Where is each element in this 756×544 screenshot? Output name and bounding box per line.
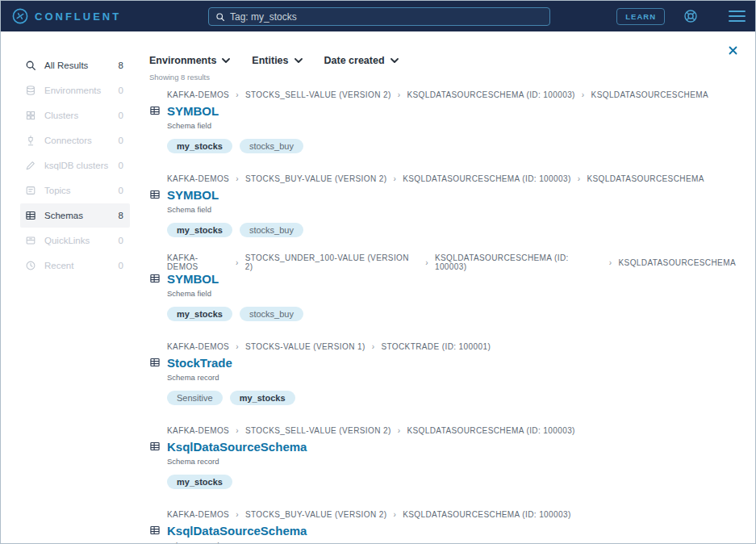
tag-pill[interactable]: my_stocks [167,139,232,153]
result-title-link[interactable]: SYMBOL [167,272,219,286]
tag-pill[interactable]: my_stocks [230,391,295,405]
result-title-link[interactable]: SYMBOL [167,104,219,118]
filter-label: Date created [324,55,385,66]
sidebar-item-count: 0 [119,186,123,195]
tag-pill[interactable]: stocks_buy [240,139,303,153]
search-result: KAFKA-DEMOS › STOCKS_SELL-VALUE (VERSION… [149,89,736,153]
breadcrumb-item[interactable]: KSQLDATASOURCESCHEMA (ID: 100003) [403,174,570,183]
sidebar-item-count: 0 [119,261,123,270]
breadcrumb-separator-icon: › [236,90,239,99]
sidebar-item-count: 0 [119,111,123,120]
result-type: Schema record [167,541,736,544]
topics-icon [25,185,36,196]
schema-table-icon [149,525,161,536]
breadcrumb-item[interactable]: KSQLDATASOURCESCHEMA [591,90,708,99]
result-title-link[interactable]: KsqlDataSourceSchema [167,440,307,454]
breadcrumb-item[interactable]: KAFKA-DEMOS [167,510,229,519]
tag-list: Sensitive my_stocks [167,391,736,405]
sidebar-item-topics[interactable]: Topics 0 [20,178,130,203]
breadcrumb-item[interactable]: KSQLDATASOURCESCHEMA (ID: 100003) [407,426,574,435]
breadcrumb-separator-icon: › [398,426,401,435]
schema-table-icon [149,441,161,452]
tag-pill[interactable]: my_stocks [167,475,232,489]
schema-table-icon [25,210,36,221]
breadcrumb-item[interactable]: STOCKS_BUY-VALUE (VERSION 2) [245,510,387,519]
sidebar-item-label: QuickLinks [44,236,111,245]
environments-filter-dropdown[interactable]: Environments [149,55,230,66]
breadcrumb-item[interactable]: KSQLDATASOURCESCHEMA (ID: 100003) [403,510,570,519]
search-input[interactable] [230,11,543,23]
result-title-link[interactable]: SYMBOL [167,188,219,202]
entities-filter-dropdown[interactable]: Entities [252,55,302,66]
breadcrumb-separator-icon: › [236,342,239,351]
chevron-down-icon [294,58,303,63]
breadcrumb-item[interactable]: KAFKA-DEMOS [167,342,229,351]
breadcrumb: KAFKA-DEMOS › STOCKS_SELL-VALUE (VERSION… [167,425,736,436]
sidebar-item-count: 0 [119,86,123,95]
top-navbar: CONFLUENT LEARN [1,1,755,31]
hamburger-menu-icon[interactable] [729,7,746,25]
tag-pill[interactable]: stocks_buy [240,223,303,237]
tag-pill[interactable]: my_stocks [167,307,232,321]
sidebar-item-environments[interactable]: Environments 0 [20,78,130,103]
tag-pill[interactable]: Sensitive [167,391,223,405]
breadcrumb: KAFKA-DEMOS › STOCKS_BUY-VALUE (VERSION … [167,173,736,184]
support-lifering-icon[interactable] [683,9,698,23]
breadcrumb-item[interactable]: KAFKA-DEMOS [167,90,229,99]
breadcrumb-item[interactable]: KSQLDATASOURCESCHEMA (ID: 100003) [407,90,574,99]
search-icon [215,12,225,22]
result-title-link[interactable]: StockTrade [167,356,232,370]
results-summary: Showing 8 results [149,73,736,82]
filter-label: Environments [149,55,216,66]
confluent-logo[interactable]: CONFLUENT [12,8,121,24]
search-icon [25,60,36,71]
search-filter-sidebar: All Results 8 Environments 0 Clusters 0 … [1,31,130,544]
sidebar-item-label: Clusters [44,111,111,120]
breadcrumb-item[interactable]: STOCKS_SELL-VALUE (VERSION 2) [245,90,391,99]
breadcrumb-item[interactable]: STOCKS_SELL-VALUE (VERSION 2) [245,426,391,435]
global-search[interactable] [208,7,550,26]
sidebar-item-ksqldb-clusters[interactable]: ksqlDB clusters 0 [20,153,130,178]
sidebar-item-label: ksqlDB clusters [44,161,111,170]
breadcrumb-item[interactable]: KSQLDATASOURCESCHEMA (ID: 100003) [435,253,603,271]
breadcrumb-item[interactable]: STOCKS_BUY-VALUE (VERSION 2) [245,174,387,183]
breadcrumb-item[interactable]: STOCKS_UNDER_100-VALUE (VERSION 2) [245,253,419,271]
navbar-actions: LEARN [616,1,746,31]
search-result: KAFKA-DEMOS › STOCKS-VALUE (VERSION 1) ›… [149,341,736,405]
breadcrumb: KAFKA-DEMOS › STOCKS-VALUE (VERSION 1) ›… [167,341,736,352]
chevron-down-icon [222,58,230,63]
sidebar-item-all-results[interactable]: All Results 8 [20,53,130,77]
breadcrumb-item[interactable]: KSQLDATASOURCESCHEMA [619,258,736,267]
sidebar-item-clusters[interactable]: Clusters 0 [20,103,130,128]
sidebar-item-quicklinks[interactable]: QuickLinks 0 [20,228,130,253]
sidebar-item-label: Connectors [44,136,111,145]
breadcrumb-item[interactable]: KAFKA-DEMOS [167,426,229,435]
sidebar-item-label: Topics [44,186,111,195]
breadcrumb-item[interactable]: STOCKTRADE (ID: 100001) [381,342,491,351]
sidebar-item-label: Schemas [44,211,111,220]
breadcrumb-item[interactable]: STOCKS-VALUE (VERSION 1) [245,342,365,351]
result-type: Schema record [167,457,736,466]
sidebar-item-recent[interactable]: Recent 0 [20,253,130,278]
breadcrumb-item[interactable]: KSQLDATASOURCESCHEMA [587,174,704,183]
breadcrumb-item[interactable]: KAFKA-DEMOS [167,174,229,183]
result-type: Schema field [167,121,736,130]
results-list: KAFKA-DEMOS › STOCKS_SELL-VALUE (VERSION… [149,89,736,544]
sidebar-item-connectors[interactable]: Connectors 0 [20,128,130,153]
sidebar-item-count: 8 [119,61,123,70]
tag-pill[interactable]: my_stocks [167,223,232,237]
sidebar-item-count: 8 [119,211,123,220]
learn-button[interactable]: LEARN [616,8,665,25]
breadcrumb-separator-icon: › [372,342,375,351]
result-title-link[interactable]: KsqlDataSourceSchema [167,524,307,538]
sidebar-item-label: Recent [44,261,111,270]
result-type: Schema field [167,289,736,298]
date-created-filter-dropdown[interactable]: Date created [324,55,399,66]
close-icon[interactable] [729,46,737,55]
tag-pill[interactable]: stocks_buy [240,307,303,321]
breadcrumb: KAFKA-DEMOS › STOCKS_UNDER_100-VALUE (VE… [167,257,736,268]
search-results-panel: Environments Entities Date created Showi… [130,31,755,544]
breadcrumb-item[interactable]: KAFKA-DEMOS [167,253,229,271]
breadcrumb-separator-icon: › [609,258,612,267]
sidebar-item-schemas[interactable]: Schemas 8 [20,203,130,228]
